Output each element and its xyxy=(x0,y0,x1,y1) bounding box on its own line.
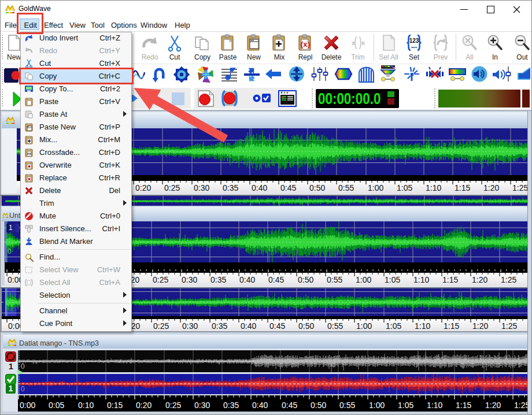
svg-text:{x}: {x} xyxy=(300,40,310,49)
svg-text:...: ... xyxy=(411,42,417,50)
svg-text:x: x xyxy=(361,39,365,46)
